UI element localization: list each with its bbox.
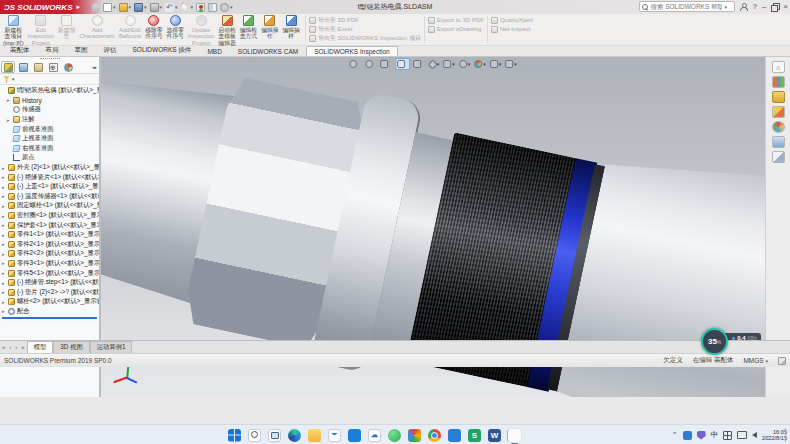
tree-row[interactable]: ▸ History [0, 96, 99, 106]
performance-icon[interactable] [195, 1, 206, 13]
ribbon-tab[interactable]: 布局 [38, 44, 67, 56]
headsup-tool[interactable]: ▾ [428, 60, 441, 69]
headsup-tool[interactable]: ▾ [348, 59, 362, 69]
export-button[interactable]: 导出至 3D PDF [309, 16, 421, 24]
tree-row[interactable]: ▸ t型铠装热电偶 (默认<默认>_显示状态-1 [0, 86, 99, 96]
taskbar-app-icon[interactable] [308, 429, 321, 442]
ribbon-tab[interactable]: 装配体 [2, 44, 38, 56]
rollback-bar[interactable] [2, 317, 97, 319]
export-button[interactable]: Export eDrawing [428, 25, 484, 33]
usage-percent-circle[interactable]: 35 % [701, 328, 728, 355]
model-tab[interactable]: 模型 [27, 341, 54, 353]
volume-icon[interactable] [752, 432, 757, 438]
headsup-tool[interactable]: ▾ [489, 59, 503, 69]
tree-row[interactable]: ▸ (-) 绝缘管.step<1> (默认<<默认> [0, 278, 99, 288]
open-icon[interactable]: ▾ [118, 1, 133, 13]
tree-row[interactable]: ▸ 零件3<1> (默认<<默认>_显示状态 [0, 259, 99, 269]
options-gear-icon[interactable]: ▾ [219, 1, 234, 13]
close-button[interactable]: × [783, 2, 788, 12]
taskbar-app-icon[interactable] [428, 429, 441, 442]
login-user-icon[interactable] [739, 3, 747, 11]
dropdown-caret-icon[interactable]: ▾ [483, 61, 486, 67]
ribbon-button[interactable]: 选择零 件序号 [165, 14, 186, 45]
tree-row[interactable]: ▸ 注解 [0, 115, 99, 125]
taskbar-app-icon[interactable]: S [468, 429, 481, 442]
ribbon-button[interactable]: 移除零 件序号 [143, 14, 164, 45]
headsup-tool[interactable]: ▾ [364, 59, 378, 69]
featuremanager-tab[interactable] [1, 61, 15, 73]
select-cursor-icon[interactable]: ▾ [180, 1, 195, 13]
tree-row[interactable]: ▸ 零件2<1> (默认<<默认>_显示状态 [0, 240, 99, 250]
configurationmanager-tab[interactable] [31, 61, 45, 73]
quality-button[interactable]: Net-Inspect [491, 25, 533, 33]
tree-row[interactable]: ▸ (-) 垫片 (2)<2> ->? (默认<<默认> [0, 287, 99, 297]
ime-indicator[interactable]: 中 [711, 430, 719, 440]
taskbar-app-icon[interactable] [328, 429, 341, 442]
displaymanager-tab[interactable] [61, 61, 75, 73]
tree-row[interactable]: ▸ 配合 [0, 307, 99, 317]
ribbon-button[interactable]: 启动检 查模板 编辑器 [216, 14, 237, 45]
headsup-tool[interactable]: ▾ [458, 59, 472, 69]
tree-row[interactable]: ▸ 前视基准面 [0, 124, 99, 134]
taskbar-app-icon[interactable]: ☁ [368, 429, 381, 442]
tree-row[interactable]: ▸ (-) 绝缘瓷片<1> (默认<<默认>_显 [0, 172, 99, 182]
solidworks-forum-icon[interactable] [772, 151, 785, 163]
design-library-icon[interactable] [772, 76, 785, 88]
taskbar-app-icon[interactable] [508, 429, 521, 442]
security-shield-icon[interactable] [697, 431, 706, 440]
file-explorer-icon[interactable] [772, 91, 785, 103]
export-button[interactable]: Export to 3D PDF [428, 16, 484, 24]
propertymanager-tab[interactable] [16, 61, 30, 73]
tray-app-blue-icon[interactable] [683, 431, 692, 440]
headsup-tool[interactable]: ▾ [395, 58, 411, 70]
search-input[interactable] [650, 3, 722, 10]
taskbar-app-icon[interactable] [348, 429, 361, 442]
tree-row[interactable]: ▸ 传感器 [0, 105, 99, 115]
taskbar-app-icon[interactable] [388, 429, 401, 442]
ribbon-button[interactable]: Update Inspection Project [186, 14, 216, 45]
dropdown-caret-icon[interactable]: ▾ [499, 61, 502, 67]
taskbar-app-icon[interactable] [268, 429, 281, 442]
taskbar-app-icon[interactable] [248, 429, 261, 442]
minimize-button[interactable]: – [762, 2, 766, 12]
ribbon-button[interactable]: 编辑操 作 [259, 14, 280, 45]
tab-scroll-arrows[interactable]: ◂▸ [92, 64, 99, 70]
solidworks-resources-icon[interactable]: ⌂ [772, 61, 785, 73]
show-desktop-edge[interactable] [785, 428, 787, 442]
tag-icon[interactable] [778, 357, 786, 365]
tree-row[interactable]: ▸ 密封圈<1> (默认<<默认>_显示状 [0, 211, 99, 221]
tree-row[interactable]: ▸ 螺栓<2> (默认<<默认>_显示状态 [0, 297, 99, 307]
headsup-tool[interactable]: ▾ [412, 59, 426, 69]
export-button[interactable]: 导出至 SOLIDWORKS Inspection 项目 [309, 34, 421, 42]
units-selector[interactable]: MMGS ▾ [743, 357, 768, 364]
tree-row[interactable]: ▸ 右视基准面 [0, 144, 99, 154]
hidden-icons-chevron[interactable]: ⌃ [672, 431, 678, 439]
ribbon-tab[interactable]: MBD [199, 46, 229, 56]
tree-row[interactable]: ▸ 外壳 (2)<1> (默认<<默认>_显示状 [0, 163, 99, 173]
taskbar-clock[interactable]: 16:05 2022/8/15 [762, 429, 787, 442]
restore-button[interactable] [771, 3, 778, 10]
tab-nav-first-icon[interactable]: « [0, 342, 7, 353]
appearances-scenes-icon[interactable] [772, 121, 785, 133]
undo-icon[interactable]: ↶▾ [164, 1, 179, 13]
search-dropdown-icon[interactable]: ▾ [724, 4, 727, 10]
print-icon[interactable]: ▾ [149, 1, 164, 13]
tree-row[interactable]: ▸ 保护套<1> (默认<<默认>_显示状 [0, 220, 99, 230]
ime-mode-icon[interactable] [723, 431, 732, 440]
dropdown-caret-icon[interactable]: ▾ [452, 61, 455, 67]
home-icon[interactable] [90, 1, 101, 13]
network-monitor-icon[interactable] [737, 431, 747, 439]
tree-row[interactable]: ▸ 上视基准面 [0, 134, 99, 144]
tree-row[interactable]: ▸ 固定螺栓<1> (默认<<默认>_显示 [0, 201, 99, 211]
model-tab[interactable]: 3D 视图 [53, 341, 89, 353]
headsup-tool[interactable]: ▾ [442, 59, 456, 69]
filter-dropdown-icon[interactable]: ▾ [12, 76, 15, 82]
dropdown-caret-icon[interactable]: ▾ [514, 61, 517, 67]
taskbar-app-icon[interactable]: W [488, 429, 501, 442]
help-search-box[interactable]: ▾ [639, 1, 735, 12]
ribbon-button[interactable]: 编辑检 查方式 [238, 14, 259, 45]
ribbon-button[interactable]: 新建报 告 [56, 14, 77, 45]
ribbon-tab[interactable]: 评估 [96, 44, 125, 56]
ribbon-tab[interactable]: SOLIDWORKS CAM [230, 46, 306, 56]
display-pane-icon[interactable] [207, 1, 218, 13]
